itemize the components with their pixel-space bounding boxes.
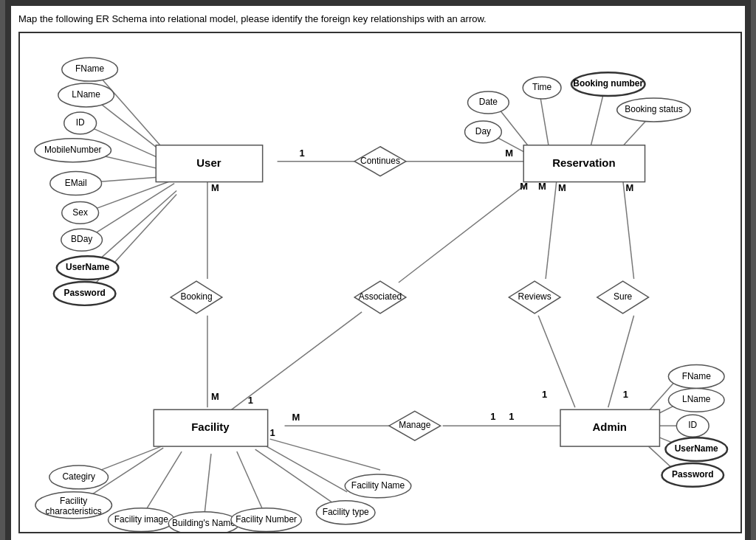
svg-text:Password: Password (63, 288, 105, 298)
svg-text:UserName: UserName (675, 443, 718, 454)
svg-text:M: M (558, 182, 566, 193)
svg-line-19 (399, 184, 527, 283)
svg-text:M: M (538, 181, 546, 192)
svg-text:FName: FName (682, 371, 711, 381)
svg-text:MobileNumber: MobileNumber (44, 145, 102, 155)
svg-text:M: M (211, 391, 219, 402)
svg-text:Facility type: Facility type (323, 507, 369, 517)
svg-line-37 (263, 444, 348, 492)
svg-text:Booking: Booking (180, 291, 212, 302)
svg-text:FName: FName (75, 63, 104, 74)
svg-text:M: M (626, 182, 634, 193)
svg-text:Date: Date (479, 97, 498, 107)
svg-text:1: 1 (248, 395, 253, 406)
svg-text:Password: Password (672, 469, 713, 480)
svg-text:1: 1 (509, 411, 514, 422)
svg-line-22 (623, 180, 634, 279)
svg-line-20 (546, 180, 557, 279)
svg-text:1: 1 (299, 148, 304, 159)
svg-line-38 (270, 439, 380, 470)
svg-line-23 (608, 316, 634, 407)
svg-text:M: M (520, 181, 528, 192)
svg-text:ID: ID (688, 420, 697, 430)
svg-text:Sex: Sex (72, 207, 88, 218)
diagram-area: User Reservation Facility Admin Continue… (18, 32, 742, 533)
svg-text:M: M (505, 148, 513, 159)
svg-text:Building's Name: Building's Name (172, 518, 236, 528)
svg-text:Facility Name: Facility Name (351, 480, 405, 491)
outer-container: Map the following ER Schema into relatio… (5, 0, 751, 540)
svg-text:Facility Number: Facility Number (236, 514, 297, 525)
svg-text:Booking status: Booking status (625, 104, 682, 114)
svg-text:UserName: UserName (66, 262, 109, 272)
svg-text:M: M (292, 412, 300, 423)
svg-text:Sure: Sure (614, 291, 633, 302)
svg-text:Facility image: Facility image (114, 514, 168, 525)
svg-text:Manage: Manage (399, 420, 431, 430)
svg-text:Associated: Associated (359, 291, 402, 302)
svg-text:characteristics: characteristics (46, 506, 102, 516)
svg-text:Admin: Admin (593, 420, 627, 433)
svg-text:Booking number: Booking number (573, 78, 643, 89)
svg-text:BDay: BDay (71, 234, 92, 244)
svg-text:Reviews: Reviews (518, 291, 551, 302)
inner-container: Map the following ER Schema into relatio… (11, 6, 745, 540)
svg-text:LName: LName (682, 395, 711, 405)
svg-text:Time: Time (532, 82, 551, 92)
svg-text:LName: LName (72, 89, 100, 100)
svg-text:Categiry: Categiry (62, 471, 94, 482)
svg-text:1: 1 (623, 389, 628, 400)
svg-text:Continues: Continues (360, 156, 400, 166)
svg-text:M: M (211, 182, 219, 193)
svg-text:Day: Day (475, 126, 491, 136)
svg-line-34 (204, 454, 211, 522)
svg-text:ID: ID (76, 117, 85, 128)
svg-text:EMail: EMail (65, 178, 87, 188)
svg-text:Reservation: Reservation (552, 156, 615, 169)
svg-text:1: 1 (270, 427, 275, 438)
svg-text:Facility: Facility (191, 420, 230, 433)
svg-text:User: User (196, 156, 221, 169)
instruction-text: Map the following ER Schema into relatio… (18, 13, 738, 24)
svg-text:1: 1 (490, 411, 495, 422)
svg-line-11 (590, 89, 605, 150)
svg-line-36 (255, 449, 344, 510)
svg-text:Facility: Facility (60, 496, 87, 506)
svg-text:1: 1 (542, 389, 547, 400)
svg-line-7 (90, 191, 177, 269)
